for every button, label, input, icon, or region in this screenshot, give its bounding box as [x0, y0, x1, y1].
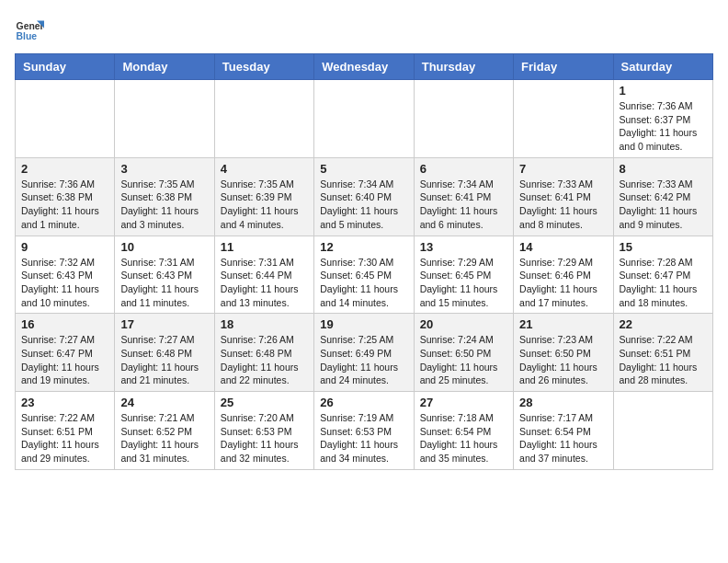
day-info: Sunrise: 7:35 AMSunset: 6:38 PMDaylight:… — [120, 178, 208, 232]
day-number: 25 — [221, 396, 308, 409]
day-info: Sunrise: 7:30 AMSunset: 6:45 PMDaylight:… — [320, 256, 407, 310]
calendar-cell: 10Sunrise: 7:31 AMSunset: 6:43 PMDayligh… — [115, 236, 214, 314]
day-info: Sunrise: 7:22 AMSunset: 6:51 PMDaylight:… — [620, 333, 707, 387]
calendar-cell: 11Sunrise: 7:31 AMSunset: 6:44 PMDayligh… — [214, 236, 313, 314]
day-number: 4 — [221, 162, 308, 176]
day-info: Sunrise: 7:33 AMSunset: 6:42 PMDaylight:… — [620, 178, 707, 232]
weekday-header-sunday: Sunday — [16, 54, 115, 80]
day-info: Sunrise: 7:17 AMSunset: 6:54 PMDaylight:… — [519, 411, 607, 465]
day-number: 6 — [420, 162, 507, 176]
calendar-cell: 8Sunrise: 7:33 AMSunset: 6:42 PMDaylight… — [613, 157, 712, 236]
calendar-cell: 25Sunrise: 7:20 AMSunset: 6:53 PMDayligh… — [214, 392, 313, 470]
logo-icon: General Blue — [15, 15, 44, 44]
calendar-cell: 6Sunrise: 7:34 AMSunset: 6:41 PMDaylight… — [414, 157, 513, 236]
calendar-cell: 4Sunrise: 7:35 AMSunset: 6:39 PMDaylight… — [214, 157, 313, 236]
day-number: 9 — [21, 240, 108, 254]
calendar-cell — [214, 80, 313, 158]
calendar-cell: 17Sunrise: 7:27 AMSunset: 6:48 PMDayligh… — [115, 314, 214, 392]
calendar-cell: 1Sunrise: 7:36 AMSunset: 6:37 PMDaylight… — [613, 80, 712, 158]
week-row-5: 23Sunrise: 7:22 AMSunset: 6:51 PMDayligh… — [16, 392, 713, 470]
day-info: Sunrise: 7:28 AMSunset: 6:47 PMDaylight:… — [620, 256, 707, 310]
day-info: Sunrise: 7:31 AMSunset: 6:43 PMDaylight:… — [120, 256, 208, 310]
calendar-cell: 21Sunrise: 7:23 AMSunset: 6:50 PMDayligh… — [514, 314, 613, 392]
calendar-cell: 28Sunrise: 7:17 AMSunset: 6:54 PMDayligh… — [514, 392, 613, 470]
week-row-1: 1Sunrise: 7:36 AMSunset: 6:37 PMDaylight… — [16, 80, 713, 158]
calendar-cell — [314, 80, 414, 158]
day-number: 1 — [620, 84, 707, 98]
day-info: Sunrise: 7:26 AMSunset: 6:48 PMDaylight:… — [221, 333, 308, 387]
day-info: Sunrise: 7:36 AMSunset: 6:38 PMDaylight:… — [21, 178, 108, 232]
day-info: Sunrise: 7:24 AMSunset: 6:50 PMDaylight:… — [420, 333, 507, 387]
calendar-cell: 27Sunrise: 7:18 AMSunset: 6:54 PMDayligh… — [414, 392, 513, 470]
day-number: 24 — [120, 396, 208, 409]
day-number: 14 — [519, 240, 607, 254]
logo: General Blue — [15, 15, 46, 44]
calendar-cell: 2Sunrise: 7:36 AMSunset: 6:38 PMDaylight… — [16, 157, 115, 236]
day-number: 10 — [120, 240, 208, 254]
day-info: Sunrise: 7:31 AMSunset: 6:44 PMDaylight:… — [221, 256, 308, 310]
day-number: 26 — [320, 396, 407, 409]
calendar-cell: 13Sunrise: 7:29 AMSunset: 6:45 PMDayligh… — [414, 236, 513, 314]
calendar-cell: 22Sunrise: 7:22 AMSunset: 6:51 PMDayligh… — [613, 314, 712, 392]
weekday-header-tuesday: Tuesday — [214, 54, 313, 80]
week-row-3: 9Sunrise: 7:32 AMSunset: 6:43 PMDaylight… — [16, 236, 713, 314]
day-info: Sunrise: 7:36 AMSunset: 6:37 PMDaylight:… — [620, 99, 707, 154]
day-number: 15 — [620, 240, 707, 254]
weekday-header-thursday: Thursday — [414, 54, 513, 80]
calendar-cell: 15Sunrise: 7:28 AMSunset: 6:47 PMDayligh… — [613, 236, 712, 314]
day-number: 11 — [221, 240, 308, 254]
day-number: 2 — [21, 162, 108, 176]
day-info: Sunrise: 7:19 AMSunset: 6:53 PMDaylight:… — [320, 411, 407, 465]
day-number: 27 — [420, 396, 507, 409]
week-row-4: 16Sunrise: 7:27 AMSunset: 6:47 PMDayligh… — [16, 314, 713, 392]
day-number: 20 — [420, 317, 507, 331]
day-number: 28 — [519, 396, 607, 409]
weekday-header-monday: Monday — [115, 54, 214, 80]
calendar-cell — [414, 80, 513, 158]
day-number: 19 — [320, 317, 407, 331]
svg-text:Blue: Blue — [17, 31, 38, 41]
day-info: Sunrise: 7:27 AMSunset: 6:48 PMDaylight:… — [120, 333, 208, 387]
calendar-cell: 19Sunrise: 7:25 AMSunset: 6:49 PMDayligh… — [314, 314, 414, 392]
calendar-cell: 3Sunrise: 7:35 AMSunset: 6:38 PMDaylight… — [115, 157, 214, 236]
calendar-cell: 16Sunrise: 7:27 AMSunset: 6:47 PMDayligh… — [16, 314, 115, 392]
calendar-cell: 14Sunrise: 7:29 AMSunset: 6:46 PMDayligh… — [514, 236, 613, 314]
day-info: Sunrise: 7:22 AMSunset: 6:51 PMDaylight:… — [21, 411, 108, 465]
calendar-cell: 18Sunrise: 7:26 AMSunset: 6:48 PMDayligh… — [214, 314, 313, 392]
day-info: Sunrise: 7:23 AMSunset: 6:50 PMDaylight:… — [519, 333, 607, 387]
day-info: Sunrise: 7:34 AMSunset: 6:41 PMDaylight:… — [420, 178, 507, 232]
calendar-cell: 20Sunrise: 7:24 AMSunset: 6:50 PMDayligh… — [414, 314, 513, 392]
weekday-header-row: SundayMondayTuesdayWednesdayThursdayFrid… — [16, 54, 713, 80]
day-info: Sunrise: 7:20 AMSunset: 6:53 PMDaylight:… — [221, 411, 308, 465]
day-number: 7 — [519, 162, 607, 176]
day-info: Sunrise: 7:33 AMSunset: 6:41 PMDaylight:… — [519, 178, 607, 232]
day-info: Sunrise: 7:29 AMSunset: 6:45 PMDaylight:… — [420, 256, 507, 310]
calendar-cell: 23Sunrise: 7:22 AMSunset: 6:51 PMDayligh… — [16, 392, 115, 470]
day-number: 13 — [420, 240, 507, 254]
calendar-table: SundayMondayTuesdayWednesdayThursdayFrid… — [15, 53, 713, 470]
day-number: 16 — [21, 317, 108, 331]
calendar-cell — [16, 80, 115, 158]
weekday-header-saturday: Saturday — [613, 54, 712, 80]
day-number: 23 — [21, 396, 108, 409]
day-number: 8 — [620, 162, 707, 176]
day-number: 22 — [620, 317, 707, 331]
day-info: Sunrise: 7:34 AMSunset: 6:40 PMDaylight:… — [320, 178, 407, 232]
calendar-cell: 24Sunrise: 7:21 AMSunset: 6:52 PMDayligh… — [115, 392, 214, 470]
calendar-cell: 26Sunrise: 7:19 AMSunset: 6:53 PMDayligh… — [314, 392, 414, 470]
day-number: 17 — [120, 317, 208, 331]
day-info: Sunrise: 7:32 AMSunset: 6:43 PMDaylight:… — [21, 256, 108, 310]
calendar-cell — [514, 80, 613, 158]
day-info: Sunrise: 7:18 AMSunset: 6:54 PMDaylight:… — [420, 411, 507, 465]
week-row-2: 2Sunrise: 7:36 AMSunset: 6:38 PMDaylight… — [16, 157, 713, 236]
calendar-cell — [613, 392, 712, 470]
day-info: Sunrise: 7:35 AMSunset: 6:39 PMDaylight:… — [221, 178, 308, 232]
day-number: 3 — [120, 162, 208, 176]
weekday-header-wednesday: Wednesday — [314, 54, 414, 80]
day-info: Sunrise: 7:27 AMSunset: 6:47 PMDaylight:… — [21, 333, 108, 387]
day-number: 18 — [221, 317, 308, 331]
weekday-header-friday: Friday — [514, 54, 613, 80]
day-number: 21 — [519, 317, 607, 331]
calendar-cell — [115, 80, 214, 158]
day-info: Sunrise: 7:21 AMSunset: 6:52 PMDaylight:… — [120, 411, 208, 465]
